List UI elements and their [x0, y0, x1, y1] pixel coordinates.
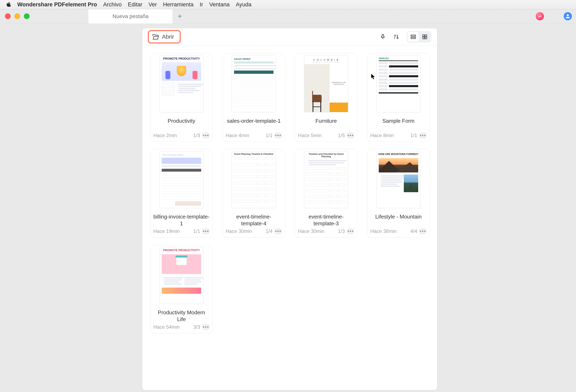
file-title: event-timeline-template-4 — [223, 210, 285, 228]
file-time: Hace 30min — [298, 228, 324, 234]
file-time: Hace 54min — [153, 324, 180, 330]
panel-header: Abrir — [143, 28, 437, 45]
window-zoom-button[interactable] — [24, 13, 29, 19]
file-thumbnail: SALES ORDER — [223, 54, 285, 114]
svg-rect-7 — [411, 37, 416, 39]
menu-archivo[interactable]: Archivo — [103, 1, 122, 8]
app-name: Wondershare PDFelement Pro — [17, 1, 97, 8]
window-close-button[interactable] — [5, 13, 11, 19]
file-more-button[interactable]: ••• — [419, 132, 427, 139]
file-time: Hace 38min — [370, 228, 397, 234]
file-card[interactable]: C O L U M B I A C O L L E C T I V E I — [295, 53, 357, 142]
file-more-button[interactable]: ••• — [419, 228, 427, 234]
file-thumbnail: PROMOTE PRODUCTIVITY — [150, 54, 212, 114]
svg-rect-11 — [425, 37, 427, 39]
file-time: Hace 2min — [153, 133, 177, 138]
file-pages: 1/5 — [338, 133, 345, 138]
file-time: Hace 4min — [226, 133, 249, 138]
file-card[interactable]: HOW ARE MOUNTAINS FORMED? Lifestyle - Mo… — [367, 149, 430, 238]
file-title: Lifestyle - Mountain — [367, 210, 430, 228]
open-button-label: Abrir — [162, 33, 174, 40]
file-meta: Hace 19min 1/1 ••• — [150, 228, 212, 237]
file-title: Productivity Modern Life — [150, 306, 212, 324]
file-title: Sample Form — [367, 114, 430, 132]
file-pages: 1/4 — [266, 228, 272, 234]
file-thumbnail: PANACEA — [367, 54, 430, 114]
file-thumbnail: Timeline and Checklist for Event Plannin… — [295, 149, 357, 210]
menu-herramienta[interactable]: Herramienta — [163, 1, 194, 8]
file-time: Hace 30min — [226, 228, 252, 234]
menu-ver[interactable]: Ver — [148, 1, 157, 8]
file-thumbnail: Event Planning Timeline & Checklist — [223, 149, 285, 210]
file-pages: 3/3 — [193, 324, 200, 330]
panel-tools — [378, 31, 431, 43]
window-minimize-button[interactable] — [14, 13, 20, 19]
file-card[interactable]: PANACEA Sample Form Hace 8min 1/1 ••• — [367, 53, 430, 142]
file-more-button[interactable]: ••• — [202, 228, 210, 234]
file-meta: Hace 2min 1/3 ••• — [150, 132, 212, 141]
menu-ayuda[interactable]: Ayuda — [236, 1, 251, 8]
file-grid: PROMOTE PRODUCTIVITY Productivity Hace 2… — [143, 45, 437, 337]
promo-badge-icon[interactable] — [536, 12, 544, 20]
tab-label: Nueva pestaña — [113, 13, 148, 20]
open-button[interactable]: Abrir — [148, 30, 180, 43]
file-more-button[interactable]: ••• — [275, 132, 282, 139]
recent-files-panel: Abrir PROMO — [143, 28, 437, 390]
file-more-button[interactable]: ••• — [202, 132, 210, 139]
svg-rect-9 — [425, 35, 427, 37]
file-thumbnail: PROMOTE PRODUCTIVITY — [150, 245, 212, 306]
pin-button[interactable] — [378, 32, 388, 42]
file-title: billing-invoice-template-1 — [150, 210, 212, 228]
file-card[interactable]: PROMOTE PRODUCTIVITY Productivity Modern… — [150, 245, 213, 333]
file-meta: Hace 38min 4/4 ••• — [367, 228, 430, 237]
stage: Abrir PROMO — [0, 24, 576, 392]
view-list-button[interactable] — [407, 32, 419, 42]
file-more-button[interactable]: ••• — [347, 228, 354, 234]
file-time: Hace 19min — [153, 228, 180, 234]
file-meta: Hace 8min 1/1 ••• — [367, 132, 430, 141]
svg-rect-8 — [423, 35, 425, 37]
file-title: sales-order-template-1 — [223, 114, 285, 132]
view-toggle — [407, 31, 431, 43]
file-pages: 1/1 — [193, 228, 200, 234]
file-more-button[interactable]: ••• — [347, 132, 354, 139]
svg-rect-6 — [411, 35, 416, 36]
file-card[interactable]: Timeline and Checklist for Event Plannin… — [295, 149, 357, 238]
file-pages: 1/1 — [266, 133, 272, 138]
new-tab-button[interactable] — [173, 9, 187, 23]
file-thumbnail: Your Company Name — [150, 149, 212, 210]
file-more-button[interactable]: ••• — [275, 228, 282, 234]
file-title: Productivity — [150, 114, 212, 132]
menu-editar[interactable]: Editar — [128, 1, 143, 8]
apple-icon[interactable] — [6, 2, 11, 7]
file-pages: 1/3 — [193, 133, 200, 138]
macos-menubar: Wondershare PDFelement Pro Archivo Edita… — [0, 0, 576, 9]
file-time: Hace 5min — [298, 133, 322, 138]
menu-ir[interactable]: Ir — [200, 1, 203, 8]
sort-button[interactable] — [391, 32, 401, 42]
file-title: event-timeline-template-3 — [295, 210, 357, 228]
view-grid-button[interactable] — [419, 32, 431, 42]
account-avatar[interactable] — [564, 12, 572, 20]
file-pages: 4/4 — [410, 228, 417, 234]
folder-open-icon — [152, 34, 159, 40]
file-pages: 1/3 — [338, 228, 345, 234]
file-thumbnail: C O L U M B I A C O L L E C T I V E I — [295, 54, 357, 114]
window-controls — [5, 9, 29, 23]
file-pages: 1/1 — [410, 133, 417, 138]
tab-new[interactable]: Nueva pestaña — [88, 9, 173, 23]
svg-rect-10 — [423, 37, 425, 39]
file-meta: Hace 4min 1/1 ••• — [223, 132, 285, 141]
file-meta: Hace 54min 3/3 ••• — [150, 324, 212, 333]
file-card[interactable]: SALES ORDER sales-order-template-1 Hace … — [223, 53, 285, 142]
file-meta: Hace 5min 1/5 ••• — [295, 132, 357, 141]
file-time: Hace 8min — [370, 133, 394, 138]
file-card[interactable]: Your Company Name billing-invoice-templa… — [150, 149, 213, 238]
file-card[interactable]: Event Planning Timeline & Checklist even… — [223, 149, 285, 238]
file-card[interactable]: PROMOTE PRODUCTIVITY Productivity Hace 2… — [150, 53, 213, 142]
file-meta: Hace 30min 1/4 ••• — [223, 228, 285, 237]
window-tabbar: Nueva pestaña — [0, 9, 576, 24]
file-meta: Hace 30min 1/3 ••• — [295, 228, 357, 237]
file-more-button[interactable]: ••• — [202, 324, 210, 330]
menu-ventana[interactable]: Ventana — [209, 1, 230, 8]
